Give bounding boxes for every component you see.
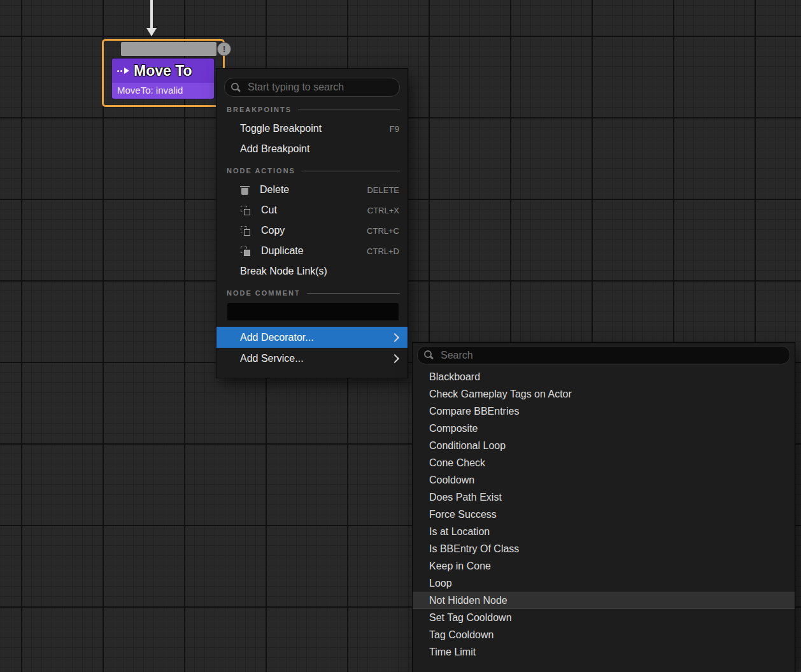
menu-item-add-breakpoint[interactable]: Add Breakpoint	[216, 139, 408, 159]
decorator-item-blackboard[interactable]: Blackboard	[413, 368, 795, 385]
decorator-item-conditional-loop[interactable]: Conditional Loop	[413, 437, 795, 454]
decorator-item-check-gameplay-tags[interactable]: Check Gameplay Tags on Actor	[413, 385, 795, 403]
decorator-item-does-path-exist[interactable]: Does Path Exist	[413, 489, 795, 506]
menu-item-copy[interactable]: Copy CTRL+C	[216, 220, 408, 241]
move-to-icon	[117, 68, 129, 74]
decorator-item-is-at-location[interactable]: Is at Location	[413, 523, 795, 540]
menu-item-label: Cut	[261, 204, 367, 216]
menu-item-shortcut: CTRL+C	[367, 226, 399, 236]
menu-item-add-service[interactable]: Add Service...	[216, 348, 408, 369]
decorator-item-not-hidden-node[interactable]: Not Hidden Node	[413, 592, 795, 609]
connection-arrowhead	[146, 28, 157, 36]
search-icon	[424, 350, 434, 360]
menu-item-shortcut: F9	[390, 124, 399, 134]
section-label: NODE COMMENT	[227, 289, 301, 297]
decorator-item-loop[interactable]: Loop	[413, 575, 795, 592]
menu-item-label: Copy	[261, 225, 367, 236]
behavior-tree-graph[interactable]: { "node": { "title": "Move To", "subtitl…	[0, 0, 801, 672]
decorator-item-composite[interactable]: Composite	[413, 420, 795, 437]
menu-item-shortcut: CTRL+X	[367, 206, 399, 215]
menu-item-label: Add Decorator...	[240, 332, 392, 343]
node-context-menu: BREAKPOINTS Toggle Breakpoint F9 Add Bre…	[216, 69, 408, 378]
section-label: BREAKPOINTS	[227, 106, 292, 113]
decorator-item-time-limit[interactable]: Time Limit	[413, 643, 795, 661]
decorator-item-compare-bbentries[interactable]: Compare BBEntries	[413, 403, 795, 420]
menu-item-add-decorator[interactable]: Add Decorator...	[216, 327, 408, 348]
node-title: Move To	[134, 62, 192, 80]
search-icon	[231, 83, 241, 92]
cut-icon	[241, 206, 250, 215]
trash-icon	[241, 185, 249, 195]
menu-item-delete[interactable]: Delete DELETE	[216, 180, 408, 200]
node-subtitle: MoveTo: invalid	[112, 83, 214, 99]
menu-item-label: Break Node Link(s)	[240, 266, 399, 277]
menu-section-breakpoints: BREAKPOINTS	[227, 103, 400, 116]
decorator-item-cone-check[interactable]: Cone Check	[413, 454, 795, 471]
warning-badge-glyph: !	[223, 44, 226, 54]
add-decorator-submenu: Blackboard Check Gameplay Tags on Actor …	[413, 343, 795, 672]
menu-item-label: Add Breakpoint	[240, 143, 399, 155]
warning-badge-icon: !	[217, 42, 231, 56]
copy-icon	[241, 226, 250, 236]
menu-item-cut[interactable]: Cut CTRL+X	[216, 200, 408, 220]
section-divider	[307, 293, 400, 294]
move-to-node[interactable]: Move To MoveTo: invalid !	[102, 39, 225, 107]
menu-item-break-node-links[interactable]: Break Node Link(s)	[216, 261, 408, 282]
decorator-item-cooldown[interactable]: Cooldown	[413, 471, 795, 489]
submenu-search-input[interactable]	[439, 349, 783, 362]
decorator-item-keep-in-cone[interactable]: Keep in Cone	[413, 557, 795, 575]
menu-item-shortcut: CTRL+D	[367, 247, 399, 256]
context-menu-search-input[interactable]	[246, 81, 393, 94]
decorator-item-tag-cooldown[interactable]: Tag Cooldown	[413, 626, 795, 643]
menu-item-shortcut: DELETE	[367, 185, 399, 195]
duplicate-icon	[241, 247, 250, 256]
menu-section-node-comment: NODE COMMENT	[227, 287, 400, 299]
node-body[interactable]: Move To MoveTo: invalid	[112, 59, 214, 99]
decorator-item-is-bbentry-of-class[interactable]: Is BBEntry Of Class	[413, 540, 795, 557]
chevron-right-icon	[390, 332, 399, 341]
connection-arrow	[145, 0, 158, 38]
decorator-item-set-tag-cooldown[interactable]: Set Tag Cooldown	[413, 609, 795, 626]
menu-item-label: Add Service...	[240, 353, 392, 364]
menu-item-toggle-breakpoint[interactable]: Toggle Breakpoint F9	[216, 118, 408, 139]
context-menu-search[interactable]	[224, 78, 400, 97]
section-label: NODE ACTIONS	[227, 167, 295, 175]
section-divider	[298, 110, 400, 110]
node-title-row: Move To	[112, 59, 214, 83]
menu-item-duplicate[interactable]: Duplicate CTRL+D	[216, 241, 408, 261]
menu-section-node-actions: NODE ACTIONS	[227, 164, 400, 177]
node-comment-input[interactable]	[227, 303, 399, 320]
connection-line	[150, 0, 153, 29]
chevron-right-icon	[390, 354, 399, 362]
menu-item-label: Toggle Breakpoint	[240, 123, 390, 134]
decorator-item-force-success[interactable]: Force Success	[413, 506, 795, 523]
node-parent-link-bar[interactable]	[121, 42, 216, 56]
section-divider	[302, 171, 400, 171]
menu-item-label: Delete	[260, 184, 367, 196]
menu-item-label: Duplicate	[261, 245, 367, 257]
decorator-list: Blackboard Check Gameplay Tags on Actor …	[413, 368, 795, 661]
submenu-search[interactable]	[417, 346, 790, 364]
